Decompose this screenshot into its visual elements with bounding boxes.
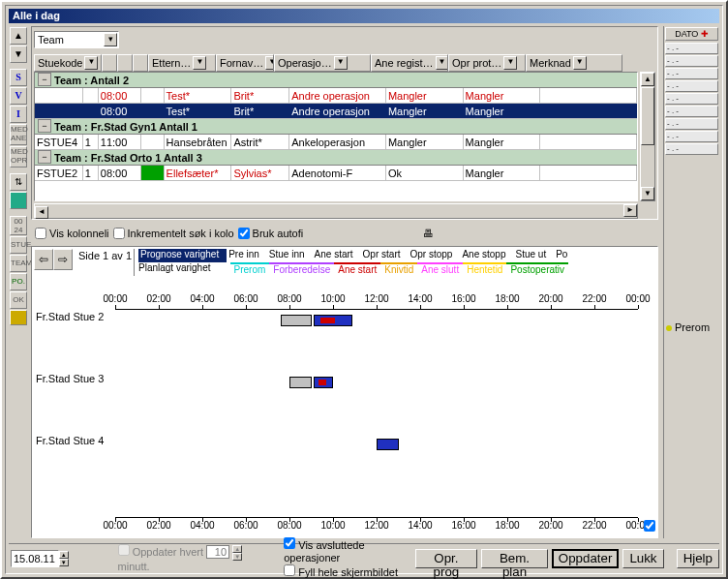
gantt-row-label: Fr.Stad Stue 2 — [36, 311, 104, 322]
gantt-row-label: Fr.Stad Stue 3 — [36, 373, 104, 384]
vis-avsluttede-check[interactable]: Vis avsluttede operasjoner — [284, 537, 410, 564]
rp-item[interactable]: - . - — [665, 80, 718, 92]
bottom-bar: 15.08.11 ▲▼ Oppdater hvert 10 ▲▼ minutt.… — [9, 543, 719, 570]
right-list: - . - - . - - . - - . - - . - - . - - . … — [664, 43, 719, 155]
v-btn[interactable]: V — [10, 87, 27, 105]
column-dd-icon[interactable]: ▼ — [436, 56, 448, 70]
inkrementelt-check[interactable]: Inkrementelt søk i kolo — [113, 228, 234, 239]
green-btn[interactable] — [10, 192, 27, 209]
gantt-row-label: Fr.Stad Stue 4 — [36, 435, 104, 446]
column-header[interactable]: Stuekode▼ — [34, 54, 102, 72]
scroll-up[interactable]: ▲ — [641, 73, 654, 86]
table-row[interactable]: FSTUE4111:00HansebråtenAstrit*Ankelopera… — [35, 135, 637, 150]
i-btn[interactable]: I — [10, 106, 27, 123]
check-row: Vis kolonneli Inkrementelt søk i kolo Br… — [31, 224, 658, 243]
oppdater-button[interactable]: Oppdater — [552, 549, 620, 568]
title-bar: Alle i dag — [9, 9, 719, 23]
stue-btn[interactable]: STUE — [10, 236, 27, 254]
hjelp-button[interactable]: Hjelp — [677, 549, 719, 568]
expand-icon[interactable]: − — [38, 119, 51, 133]
gantt-prev[interactable]: ⇦ — [34, 249, 53, 270]
rp-item[interactable]: - . - — [665, 93, 718, 105]
misc-btn[interactable] — [10, 310, 27, 325]
grid-hscroll[interactable]: ◄ ► — [34, 203, 638, 219]
column-header[interactable]: Fornav…▼ — [216, 54, 274, 72]
column-header[interactable]: Ettern…▼ — [148, 54, 216, 72]
gantt-chart: 00:0002:0004:0006:0008:0010:0012:0014:00… — [34, 282, 638, 535]
column-header[interactable] — [102, 54, 117, 72]
grid-panel: Team ▾ Stuekode▼Ettern…▼Fornav…▼Operasjo… — [31, 26, 658, 220]
team-combo-dd[interactable]: ▾ — [104, 33, 117, 46]
date-field[interactable]: 15.08.11 — [11, 550, 59, 567]
column-header[interactable]: Operasjo…▼ — [274, 54, 371, 72]
grid-area[interactable]: −Team : Antall 208:00Test*Brit*Andre ope… — [34, 72, 638, 201]
gantt-bar[interactable] — [281, 315, 312, 326]
rp-item[interactable]: - . - — [665, 68, 718, 79]
rp-item[interactable]: - . - — [665, 143, 718, 155]
left-toolbar: ▲ ▼ S V I MED ANE MED OPR ⇅ 00 24 STUE T… — [9, 26, 28, 538]
prerom-label: Prerom — [664, 320, 719, 335]
gantt-toggle-check[interactable] — [644, 520, 655, 532]
scroll-down[interactable]: ▼ — [641, 187, 654, 200]
rp-item[interactable]: - . - — [665, 118, 718, 130]
gantt-bar[interactable] — [377, 439, 399, 450]
expand-icon[interactable]: − — [38, 73, 51, 86]
gantt-panel: ⇦ ⇨ Side 1 av 1 Prognose varighetPre inn… — [31, 246, 658, 538]
rp-item[interactable]: - . - — [665, 131, 718, 142]
column-dd-icon[interactable]: ▼ — [84, 56, 98, 70]
ok-btn[interactable]: OK — [10, 291, 27, 309]
column-header[interactable] — [117, 54, 133, 72]
table-row[interactable]: 08:00Test*Brit*Andre operasjonManglerMan… — [35, 88, 637, 104]
lukk-button[interactable]: Lukk — [622, 549, 663, 568]
opp-hvert-check[interactable] — [118, 544, 130, 556]
group-header[interactable]: −Team : Fr.Stad Orto 1 Antall 3 — [35, 150, 637, 166]
opp-hvert-group: Oppdater hvert 10 ▲▼ minutt. — [118, 544, 265, 572]
gantt-bar[interactable] — [314, 315, 353, 326]
column-header[interactable]: Merknad▼ — [526, 54, 622, 72]
dato-label[interactable]: DATO ✚ — [665, 27, 718, 41]
opp-spinner[interactable]: ▲▼ — [232, 545, 244, 561]
scroll-thumb[interactable] — [641, 87, 654, 145]
vis-kolonne-check[interactable]: Vis kolonneli — [35, 228, 109, 239]
s-btn[interactable]: S — [10, 69, 27, 86]
swap-btn[interactable]: ⇅ — [10, 173, 27, 191]
rp-item[interactable]: - . - — [665, 106, 718, 117]
po-btn[interactable]: PO. — [10, 273, 27, 290]
med-opr-btn[interactable]: MED OPR — [10, 146, 27, 168]
fyll-check[interactable]: Fyll hele skjermbildet — [284, 564, 410, 579]
0024-btn[interactable]: 00 24 — [10, 216, 27, 235]
date-spinner[interactable]: ▲▼ — [59, 551, 70, 566]
autofi-check[interactable]: Bruk autofi — [238, 228, 304, 239]
column-dd-icon[interactable]: ▼ — [334, 56, 348, 70]
gantt-next[interactable]: ⇨ — [53, 249, 73, 270]
table-row[interactable]: FSTUE2108:00Ellefsæter*Sylvias*Adenotomi… — [35, 166, 637, 181]
group-header[interactable]: −Team : Antall 2 — [35, 73, 637, 88]
gantt-bar[interactable] — [314, 377, 333, 388]
column-dd-icon[interactable]: ▼ — [503, 56, 517, 70]
column-dd-icon[interactable]: ▼ — [265, 56, 274, 70]
table-row[interactable]: 08:00Test*Brit*Andre operasjonManglerMan… — [35, 104, 637, 119]
column-header[interactable]: Opr prot…▼ — [448, 54, 526, 72]
bem-plan-button[interactable]: Bem. plan — [481, 549, 548, 568]
gantt-bar[interactable] — [289, 377, 312, 388]
rp-item[interactable]: - . - — [665, 43, 718, 54]
med-ane-btn[interactable]: MED ANE — [10, 124, 27, 145]
down-btn[interactable]: ▼ — [10, 46, 27, 63]
right-panel: DATO ✚ - . - - . - - . - - . - - . - - .… — [663, 26, 719, 538]
team-combo[interactable]: Team ▾ — [34, 31, 119, 48]
column-dd-icon[interactable]: ▼ — [193, 56, 206, 70]
print-icon[interactable]: 🖶 — [423, 228, 434, 239]
rp-item[interactable]: - . - — [665, 55, 718, 67]
team-btn[interactable]: TEAM — [10, 255, 27, 272]
group-header[interactable]: −Team : Fr.Stad Gyn1 Antall 1 — [35, 119, 637, 135]
opp-hvert-val[interactable]: 10 — [206, 545, 229, 559]
column-header[interactable]: Ane regist…▼ — [371, 54, 448, 72]
column-dd-icon[interactable]: ▼ — [573, 56, 587, 70]
axis-bottom: 00:0002:0004:0006:0008:0010:0012:0014:00… — [115, 520, 638, 532]
grid-vscroll[interactable]: ▲ ▼ — [640, 72, 655, 201]
opr-prog-button[interactable]: Opr. prog — [415, 549, 478, 568]
expand-icon[interactable]: − — [38, 150, 51, 164]
bottom-checks: Vis avsluttede operasjoner Fyll hele skj… — [284, 537, 410, 579]
column-header[interactable] — [133, 54, 148, 72]
up-btn[interactable]: ▲ — [10, 27, 27, 45]
